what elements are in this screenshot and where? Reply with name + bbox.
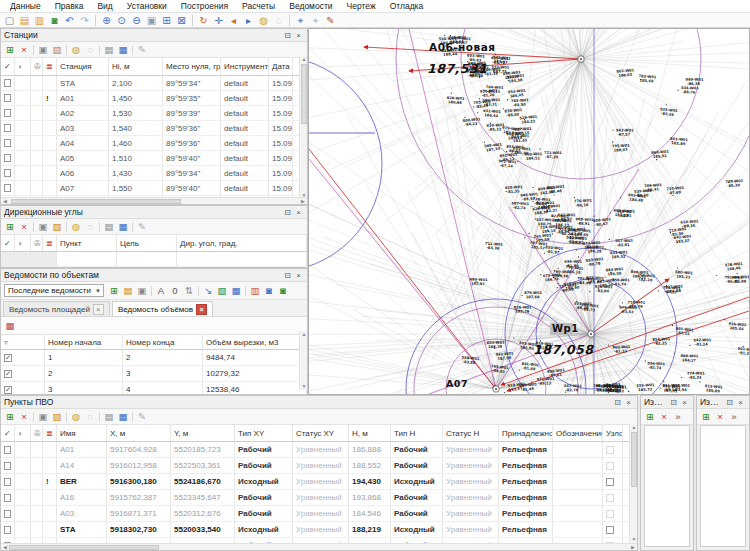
col-node[interactable]: Узлов <box>603 425 623 441</box>
lamp-on-icon[interactable]: ◍ <box>69 411 83 423</box>
table-row[interactable]: STA5918302,7305520033,540ИсходныйУравнен… <box>1 522 637 538</box>
menu-item-Вид[interactable]: Вид <box>90 0 119 12</box>
nav-prev-icon[interactable]: ◂ <box>226 14 241 27</box>
table-view-icon[interactable]: ▦ <box>116 221 130 233</box>
col-angle[interactable]: Дир. угол, град. <box>177 235 307 251</box>
col-h[interactable]: H, м <box>349 425 391 441</box>
table-view-icon[interactable]: ▦ <box>116 44 130 56</box>
tools-icon[interactable]: ✎ <box>135 44 149 56</box>
row-checkbox[interactable] <box>4 139 11 147</box>
col-zero-place[interactable]: Место нуля, град <box>163 58 221 75</box>
menu-item-Построения[interactable]: Построения <box>174 0 235 12</box>
table-row[interactable]: A041,46089°59'36"default15.09 <box>1 136 307 151</box>
table-row[interactable]: ✓3412538,46 <box>1 382 307 395</box>
row-checkbox[interactable] <box>4 94 11 102</box>
find-text-icon[interactable]: А <box>154 285 168 297</box>
add-row-icon[interactable]: ⊞ <box>3 44 17 56</box>
col-designation[interactable]: Обозначение <box>553 425 603 441</box>
fit-view-icon[interactable]: ✛ <box>211 14 226 27</box>
col-x[interactable]: X, м <box>107 425 171 441</box>
row-checkbox[interactable] <box>4 510 11 518</box>
lamp-off-icon[interactable]: ◌ <box>83 44 97 56</box>
more-icon[interactable]: » <box>727 411 741 423</box>
more-icon[interactable]: » <box>671 411 685 423</box>
add-row-icon[interactable]: ⊞ <box>3 221 17 233</box>
preview-icon[interactable]: ▤ <box>102 44 116 56</box>
table-row[interactable]: !A011,45089°59'35"default15.09 <box>1 91 307 106</box>
col-type-xy[interactable]: Тип XY <box>235 425 293 441</box>
tools-icon[interactable]: ✎ <box>135 411 149 423</box>
row-checkbox[interactable] <box>4 184 11 192</box>
row-checkbox[interactable]: ✓ <box>4 354 12 362</box>
lamp-on-icon[interactable]: ◍ <box>69 44 83 56</box>
refresh-icon[interactable]: ↻ <box>196 14 211 27</box>
tab-Ведомость объёмов[interactable]: Ведомость объёмов× <box>112 301 213 316</box>
pick-object-icon[interactable]: ↘ <box>201 285 215 297</box>
save-sheet-icon[interactable]: ◙ <box>262 285 276 297</box>
node-checkbox[interactable] <box>606 478 614 486</box>
col-type-h[interactable]: Тип H <box>391 425 443 441</box>
menu-item-Чертеж[interactable]: Чертеж <box>340 0 383 12</box>
close-panel-button[interactable]: × <box>293 270 304 281</box>
menu-item-Правка[interactable]: Правка <box>48 0 91 12</box>
col-hi[interactable]: Hi, м <box>109 58 163 75</box>
col-status-h[interactable]: Статус H <box>443 425 499 441</box>
lamp-on-icon[interactable]: ◍ <box>69 221 83 233</box>
row-checkbox[interactable] <box>4 154 11 162</box>
add-row-icon[interactable]: ⊞ <box>3 411 17 423</box>
float-panel-button[interactable]: ⊡ <box>282 270 293 281</box>
menu-item-Ведомости[interactable]: Ведомости <box>282 0 339 12</box>
col-name[interactable]: Имя <box>57 425 107 441</box>
table-row[interactable]: A165915762,3875523345,647РабочийУравненн… <box>1 490 637 506</box>
copy-icon[interactable]: ▣ <box>36 411 50 423</box>
table-row[interactable]: A021,53089°59'39"default15.09 <box>1 106 307 121</box>
delete-row-icon[interactable]: × <box>17 44 31 56</box>
empty-edit-cell[interactable] <box>1 252 57 266</box>
col-end-number[interactable]: Номер конца <box>123 335 203 349</box>
lamp-on-icon[interactable]: ◍ <box>256 14 271 27</box>
preview-icon[interactable]: ▤ <box>102 411 116 423</box>
table-row[interactable]: A031,54089°59'36"default15.09 <box>1 121 307 136</box>
create-sheet-icon[interactable]: ⊞ <box>107 285 121 297</box>
col-status-xy[interactable]: Статус XY <box>293 425 349 441</box>
col-point[interactable]: Пункт <box>57 235 117 251</box>
open-sheet-icon[interactable]: ▤ <box>121 285 135 297</box>
copy-sheet-icon[interactable]: ▣ <box>135 285 149 297</box>
row-checkbox[interactable]: ✓ <box>4 386 12 394</box>
search-area-icon[interactable]: ⌖ <box>308 14 323 27</box>
paste-icon[interactable]: ▨ <box>50 44 64 56</box>
zoom-extents-icon[interactable]: ⊠ <box>174 14 189 27</box>
paste-icon[interactable]: ▨ <box>50 411 64 423</box>
paste-icon[interactable]: ▨ <box>50 221 64 233</box>
menu-item-Расчеты[interactable]: Расчеты <box>235 0 282 12</box>
table-row[interactable]: ✓129484,74 <box>1 350 307 366</box>
copy-icon[interactable]: ▣ <box>36 221 50 233</box>
table-row[interactable]: ✓2310279,32 <box>1 366 307 382</box>
table-row-empty[interactable] <box>1 252 307 267</box>
close-panel-button[interactable]: × <box>679 397 690 408</box>
row-checkbox[interactable] <box>4 478 11 486</box>
import-file-icon[interactable]: ▥ <box>32 14 47 27</box>
col-y[interactable]: Y, м <box>171 425 235 441</box>
nav-next-icon[interactable]: ▸ <box>241 14 256 27</box>
search-point-icon[interactable]: ⌖ <box>293 14 308 27</box>
zoom-realtime-icon[interactable]: ⊙ <box>114 14 129 27</box>
row-checkbox[interactable] <box>4 494 11 502</box>
table-row[interactable]: STA2,10089°59'34"default15.09 <box>1 76 307 91</box>
close-panel-button[interactable]: × <box>293 30 304 41</box>
export-doc-icon[interactable]: ▥ <box>248 285 262 297</box>
row-checkbox[interactable] <box>4 124 11 132</box>
table-row[interactable]: A015917604,9285520185,723РабочийУравненн… <box>1 442 637 458</box>
add-row-icon[interactable]: ⊞ <box>699 411 713 423</box>
col-start-number[interactable]: Номер начала <box>45 335 123 349</box>
table-row[interactable]: A145916012,9585522503,361РабочийУравненн… <box>1 458 637 474</box>
table-row[interactable]: A051,51089°59'40"default15.09 <box>1 151 307 166</box>
table-row[interactable]: A035916871,3715520312,676РабочийУравненн… <box>1 506 637 522</box>
pan-icon[interactable]: ⊞ <box>159 14 174 27</box>
row-checkbox[interactable] <box>4 446 11 454</box>
row-checkbox[interactable]: ✓ <box>4 370 12 378</box>
pvo-hscroll[interactable]: ◀▶ <box>1 543 637 550</box>
tab-close-icon[interactable]: × <box>196 304 207 315</box>
copy-icon[interactable]: ▣ <box>36 44 50 56</box>
close-panel-button[interactable]: × <box>623 397 634 408</box>
